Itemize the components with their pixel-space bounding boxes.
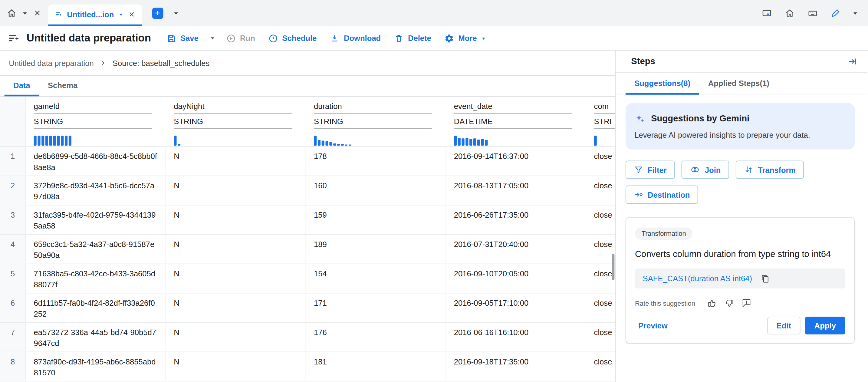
column-type[interactable]: STRING	[34, 116, 152, 129]
preview-link[interactable]: Preview	[635, 321, 668, 330]
home-tab-close-icon[interactable]	[33, 9, 41, 17]
cell-gameId[interactable]: 31fac395-b4fe-402d-9759-43441395aa58	[26, 205, 166, 234]
chip-label: Filter	[648, 165, 667, 174]
cell-gameId[interactable]: 372b9e8c-d93d-4341-b5c6-dcc57a97d08a	[26, 176, 166, 205]
cell-duration[interactable]: 171	[306, 293, 446, 322]
more-button[interactable]: More	[438, 28, 493, 48]
feedback-icon[interactable]	[742, 298, 751, 308]
magic-pen-icon[interactable]	[831, 8, 840, 18]
sql-expression[interactable]: SAFE_CAST(duration AS int64)	[643, 274, 752, 283]
row-number: 5	[0, 264, 26, 293]
column-header-dayNight[interactable]: dayNightSTRING	[166, 97, 306, 146]
cell-duration[interactable]: 159	[306, 205, 446, 234]
home-tab-icon[interactable]	[7, 8, 17, 18]
thumbs-up-icon[interactable]	[707, 298, 717, 308]
column-type[interactable]: STRING	[314, 116, 432, 129]
cell-duration[interactable]: 160	[306, 176, 446, 205]
save-options-caret[interactable]	[205, 36, 220, 40]
console-icon[interactable]	[761, 8, 772, 18]
cell-com[interactable]: close	[586, 323, 616, 351]
table-row: 7ea573272-336a-44a5-bd74-90b5d79647cdN17…	[0, 323, 616, 352]
active-editor-tab[interactable]: Untitled...ion	[48, 4, 142, 26]
cell-dayNight[interactable]: N	[166, 235, 306, 264]
delete-button[interactable]: Delete	[388, 28, 438, 48]
cell-gameId[interactable]: de6b6899-c5d8-466b-88c4-5c8bb0f8ae8a	[26, 147, 166, 176]
column-name[interactable]: com	[594, 101, 616, 114]
cell-event_date[interactable]: 2016-07-31T20:40:00	[446, 235, 586, 264]
suggestion-chip-destination[interactable]: Destination	[626, 186, 698, 204]
column-type[interactable]: STRING	[174, 116, 292, 129]
column-name[interactable]: duration	[314, 101, 432, 114]
column-header-event_date[interactable]: event_dateDATETIME	[446, 97, 586, 146]
cell-event_date[interactable]: 2016-08-13T17:05:00	[446, 176, 586, 205]
editor-tab-strip: Untitled...ion	[0, 0, 868, 26]
breadcrumb-root[interactable]: Untitled data preparation	[9, 59, 94, 67]
new-tab-button[interactable]	[152, 7, 163, 19]
gear-icon	[444, 34, 454, 43]
home-icon[interactable]	[784, 8, 795, 18]
cell-gameId[interactable]: 659cc3c1-5a32-4a37-a0c8-91587e50a90a	[26, 235, 166, 264]
thumbs-down-icon[interactable]	[724, 298, 734, 308]
cell-event_date[interactable]: 2016-09-18T17:35:00	[446, 352, 586, 381]
copy-icon[interactable]	[761, 274, 769, 282]
cell-dayNight[interactable]: N	[166, 352, 306, 381]
cell-duration[interactable]: 181	[306, 352, 446, 381]
cell-duration[interactable]: 178	[306, 147, 446, 176]
cell-event_date[interactable]: 2016-06-16T16:10:00	[446, 323, 586, 351]
column-name[interactable]: event_date	[454, 101, 572, 114]
tab-close-icon[interactable]	[128, 10, 135, 19]
home-tab-caret-icon[interactable]	[22, 11, 28, 15]
cell-gameId[interactable]: 873af90e-d93f-4195-ab6c-8855abd81570	[26, 352, 166, 381]
suggestion-chip-join[interactable]: Join	[682, 160, 729, 179]
column-type[interactable]: STRI	[594, 116, 616, 129]
cell-gameId[interactable]: ea573272-336a-44a5-bd74-90b5d79647cd	[26, 323, 166, 351]
suggestion-chip-transform[interactable]: Transform	[736, 160, 804, 179]
cell-com[interactable]: close	[586, 264, 616, 293]
schedule-button[interactable]: Schedule	[262, 28, 323, 48]
cell-event_date[interactable]: 2016-09-10T20:05:00	[446, 264, 586, 293]
keyboard-shortcuts-icon[interactable]	[807, 8, 818, 18]
cell-com[interactable]: close	[586, 293, 616, 322]
cell-com[interactable]: close	[586, 205, 616, 234]
vertical-scrollbar[interactable]	[612, 254, 614, 280]
edit-button[interactable]: Edit	[767, 317, 801, 335]
column-header-duration[interactable]: durationSTRING	[306, 97, 446, 146]
column-name[interactable]: dayNight	[174, 101, 292, 114]
column-header-com[interactable]: comSTRI	[586, 97, 616, 146]
save-button[interactable]: Save	[160, 28, 205, 48]
download-button[interactable]: Download	[323, 28, 388, 48]
tab-data[interactable]: Data	[4, 76, 39, 97]
tab-applied-steps[interactable]: Applied Steps(1)	[699, 73, 778, 95]
cell-dayNight[interactable]: N	[166, 176, 306, 205]
cell-dayNight[interactable]: N	[166, 147, 306, 176]
cell-duration[interactable]: 176	[306, 323, 446, 351]
tab-list-caret-icon[interactable]	[173, 11, 179, 15]
run-button[interactable]: Run	[219, 28, 261, 48]
cell-duration[interactable]: 189	[306, 235, 446, 264]
cell-event_date[interactable]: 2016-06-26T17:35:00	[446, 205, 586, 234]
column-name[interactable]: gameId	[34, 101, 152, 114]
magic-pen-caret-icon[interactable]	[852, 11, 858, 15]
cell-dayNight[interactable]: N	[166, 293, 306, 322]
cell-dayNight[interactable]: N	[166, 323, 306, 351]
cell-gameId[interactable]: 6d111b57-fa0b-4f24-82df-ff33a26f0252	[26, 293, 166, 322]
cell-duration[interactable]: 154	[306, 264, 446, 293]
tab-caret-icon[interactable]	[118, 12, 123, 17]
cell-com[interactable]: close	[586, 235, 616, 264]
tab-suggestions[interactable]: Suggestions(8)	[626, 73, 699, 95]
breadcrumb-source[interactable]: Source: baseball_schedules	[113, 59, 210, 67]
cell-com[interactable]: close	[586, 176, 616, 205]
cell-com[interactable]: close	[586, 147, 616, 176]
cell-dayNight[interactable]: N	[166, 205, 306, 234]
tab-schema[interactable]: Schema	[39, 76, 87, 97]
suggestion-chip-filter[interactable]: Filter	[626, 160, 675, 179]
cell-com[interactable]: close	[586, 352, 616, 381]
cell-dayNight[interactable]: N	[166, 264, 306, 293]
cell-event_date[interactable]: 2016-09-05T17:10:00	[446, 293, 586, 322]
cell-event_date[interactable]: 2016-09-14T16:37:00	[446, 147, 586, 176]
column-header-gameId[interactable]: gameIdSTRING	[26, 97, 166, 146]
cell-gameId[interactable]: 71638ba5-c803-42ce-b433-3a605d88077f	[26, 264, 166, 293]
column-type[interactable]: DATETIME	[454, 116, 572, 129]
collapse-panel-icon[interactable]	[846, 55, 859, 67]
apply-button[interactable]: Apply	[805, 317, 845, 335]
